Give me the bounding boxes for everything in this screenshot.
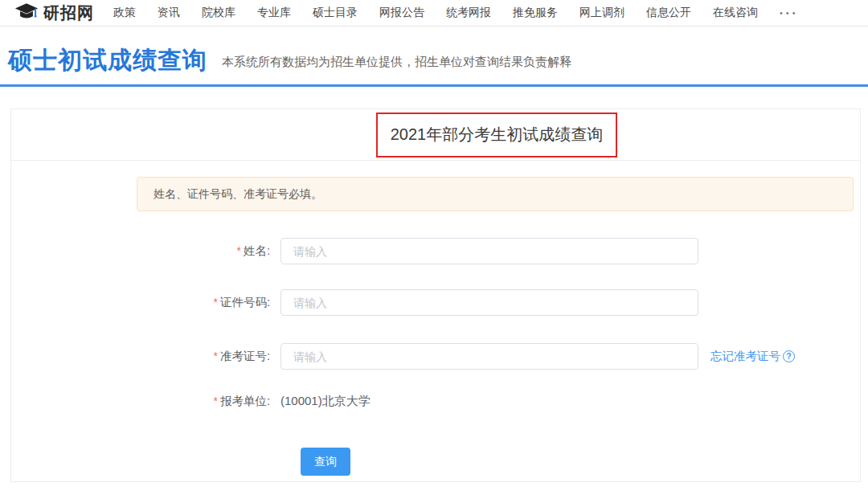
nav-item-online-adjustment[interactable]: 网上调剂 [579,6,624,20]
nav-item-info-disclosure[interactable]: 信息公开 [646,6,691,20]
page-subtitle: 本系统所有数据均为招生单位提供，招生单位对查询结果负责解释 [222,55,571,72]
graduation-cap-icon [14,2,39,24]
nav-menu: 政策 资讯 院校库 专业库 硕士目录 网报公告 统考网报 推免服务 网上调剂 信… [113,6,799,20]
blue-divider [0,84,868,87]
required-asterisk: * [237,244,241,257]
required-asterisk: * [214,296,218,309]
forgot-ticket-link[interactable]: 忘记准考证号 ? [710,349,795,364]
question-circle-icon: ? [783,350,795,362]
form-row-id-number: *证件号码: [11,289,860,316]
nav-more-button[interactable]: ••• [780,8,799,18]
red-highlight-box: 2021年部分考生初试成绩查询 [376,112,617,158]
top-nav-bar: 研招网 政策 资讯 院校库 专业库 硕士目录 网报公告 统考网报 推免服务 网上… [0,0,868,27]
page-header: 硕士初试成绩查询 本系统所有数据均为招生单位提供，招生单位对查询结果负责解释 [0,27,868,72]
nav-item-news[interactable]: 资讯 [158,6,180,20]
nav-item-registration-announcements[interactable]: 网报公告 [379,6,424,20]
nav-item-unified-exam-registration[interactable]: 统考网报 [446,6,491,20]
score-query-form: *姓名: *证件号码: *准考证号: 忘记准考证号 ? *报考单位: (1000… [11,238,860,476]
name-input[interactable] [280,238,698,264]
target-institution-value: (10001)北京大学 [280,394,371,409]
form-row-name: *姓名: [11,238,860,264]
nav-item-major-library[interactable]: 专业库 [257,6,291,20]
nav-item-college-library[interactable]: 院校库 [202,6,235,20]
page-title: 硕士初试成绩查询 [8,48,207,72]
forgot-ticket-link-label: 忘记准考证号 [710,349,780,364]
admission-ticket-label: *准考证号: [11,349,270,364]
nav-item-master-catalog[interactable]: 硕士目录 [313,6,358,20]
card-title: 2021年部分考生初试成绩查询 [391,124,604,145]
form-row-admission-ticket: *准考证号: 忘记准考证号 ? [11,343,860,370]
id-number-input[interactable] [280,289,698,316]
required-asterisk: * [214,350,218,362]
required-fields-notice: 姓名、证件号码、准考证号必填。 [137,177,854,211]
query-button[interactable]: 查询 [301,448,350,476]
nav-item-exemption-service[interactable]: 推免服务 [513,6,558,20]
admission-ticket-input[interactable] [280,343,698,370]
notice-text: 姓名、证件号码、准考证号必填。 [154,187,322,202]
nav-item-policy[interactable]: 政策 [113,6,136,20]
id-number-label: *证件号码: [11,295,270,310]
nav-item-online-consultation[interactable]: 在线咨询 [713,6,758,20]
name-label: *姓名: [11,243,270,259]
logo-text: 研招网 [43,2,94,24]
target-institution-label: *报考单位: [11,394,270,409]
required-asterisk: * [214,395,218,407]
card-title-row: 2021年部分考生初试成绩查询 [11,109,860,161]
site-logo[interactable]: 研招网 [14,2,94,24]
form-row-target-institution: *报考单位: (10001)北京大学 [11,393,860,409]
query-card: 2021年部分考生初试成绩查询 姓名、证件号码、准考证号必填。 *姓名: *证件… [10,108,861,482]
